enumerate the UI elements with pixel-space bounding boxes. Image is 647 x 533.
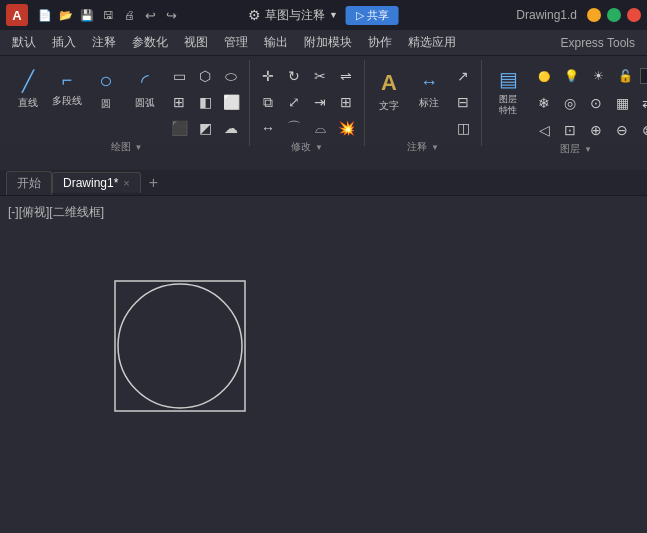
move-tool[interactable]: ✛ — [256, 64, 280, 88]
layer-freeze-tool[interactable]: ❄ — [532, 91, 556, 115]
layer-delete-tool[interactable]: ⊖ — [610, 118, 634, 142]
explode-tool[interactable]: 💥 — [334, 116, 358, 140]
menu-bar: 默认 插入 注释 参数化 视图 管理 输出 附加模块 协作 精选应用 Expre… — [0, 30, 647, 56]
extend-tool[interactable]: ⇥ — [308, 90, 332, 114]
wipe-tool[interactable]: ◩ — [193, 116, 217, 140]
layer-properties-tool[interactable]: ▤ 图层特性 — [488, 64, 528, 118]
main-layout: A 📄 📂 💾 🖫 🖨 ↩ ↪ ⚙ 草图与注释 ▼ ▷ 共享 Drawing1.… — [0, 0, 647, 533]
rectangle-tool[interactable]: ▭ — [167, 64, 191, 88]
ribbon-group-modify: ✛ ↻ ✂ ⇌ ⧉ ⤢ ⇥ ⊞ ↔ ⌒ ⌓ 💥 — [250, 60, 365, 146]
menu-manage[interactable]: 管理 — [216, 31, 256, 54]
table-tool[interactable]: ⊟ — [451, 90, 475, 114]
doc-tab-add-button[interactable]: + — [141, 172, 166, 194]
layer-number-input[interactable] — [640, 68, 647, 84]
text-icon: A — [381, 70, 397, 96]
gradient-tool[interactable]: ◧ — [193, 90, 217, 114]
draw-group-label[interactable]: 绘图 ▼ — [10, 140, 243, 156]
menu-insert[interactable]: 插入 — [44, 31, 84, 54]
line-tool[interactable]: ╱ 直线 — [10, 62, 46, 116]
maximize-button[interactable] — [607, 8, 621, 22]
layer-group-label[interactable]: 图层 ▼ — [488, 142, 647, 158]
circle-label: 圆 — [101, 97, 111, 111]
layer-color-tool[interactable]: 🟡 — [532, 64, 556, 88]
plot-icon[interactable]: 🖨 — [120, 6, 138, 24]
modify-group-label[interactable]: 修改 ▼ — [256, 140, 358, 156]
new-file-icon[interactable]: 📄 — [36, 6, 54, 24]
annotation-small-tools: ↗ ⊟ ◫ — [451, 64, 475, 140]
layer-merge-tool[interactable]: ⊗ — [636, 118, 647, 142]
layer-copy-tool[interactable]: ⊕ — [584, 118, 608, 142]
boundary-tool[interactable]: ⬜ — [219, 90, 243, 114]
doc-tab-start[interactable]: 开始 — [6, 171, 52, 195]
menu-express-tools[interactable]: Express Tools — [553, 33, 643, 53]
revision-cloud[interactable]: ☁ — [219, 116, 243, 140]
polygon-tool[interactable]: ⬡ — [193, 64, 217, 88]
menu-default[interactable]: 默认 — [4, 31, 44, 54]
fillet-tool[interactable]: ⌒ — [282, 116, 306, 140]
circle-tool[interactable]: ○ 圆 — [88, 62, 124, 116]
text-tool[interactable]: A 文字 — [371, 64, 407, 118]
doc-tabs: 开始 Drawing1* × + — [0, 170, 647, 196]
copy-tool[interactable]: ⧉ — [256, 90, 280, 114]
pline-tool[interactable]: ⌐ 多段线 — [49, 62, 85, 116]
layer-unisolate-tool[interactable]: ⊙ — [584, 91, 608, 115]
menu-collab[interactable]: 协作 — [360, 31, 400, 54]
leader-tool[interactable]: ↗ — [451, 64, 475, 88]
dimension-icon: ↔ — [420, 72, 438, 93]
menu-param[interactable]: 参数化 — [124, 31, 176, 54]
line-icon: ╱ — [22, 69, 34, 93]
layer-properties-icon: ▤ — [499, 67, 518, 91]
stretch-tool[interactable]: ↔ — [256, 116, 280, 140]
share-button[interactable]: ▷ 共享 — [346, 6, 399, 25]
hatch-tool[interactable]: ⊞ — [167, 90, 191, 114]
layer-icon-row-3: ◁ ⊡ ⊕ ⊖ ⊗ — [532, 118, 647, 142]
draw-chevron-icon: ▼ — [135, 143, 143, 152]
menu-view[interactable]: 视图 — [176, 31, 216, 54]
layer-change-tool[interactable]: ⊡ — [558, 118, 582, 142]
open-icon[interactable]: 📂 — [57, 6, 75, 24]
doc-tab-close-button[interactable]: × — [123, 177, 129, 189]
redo-icon[interactable]: ↪ — [162, 6, 180, 24]
layer-sun-tool[interactable]: ☀ — [586, 64, 610, 88]
pline-label: 多段线 — [52, 94, 82, 108]
line-label: 直线 — [18, 96, 38, 110]
ribbon-content: ╱ 直线 ⌐ 多段线 ○ 圆 ◜ 圆弧 — [0, 56, 647, 146]
title-bar: A 📄 📂 💾 🖫 🖨 ↩ ↪ ⚙ 草图与注释 ▼ ▷ 共享 Drawing1.… — [0, 0, 647, 30]
layer-right-tools: 🟡 💡 ☀ 🔓 ❄ ◎ ⊙ ▦ ⇄ — [532, 64, 647, 142]
arc-tool[interactable]: ◜ 圆弧 — [127, 62, 163, 116]
doc-tab-drawing1[interactable]: Drawing1* × — [52, 172, 141, 193]
dim-style-tool[interactable]: ◫ — [451, 116, 475, 140]
menu-featured[interactable]: 精选应用 — [400, 31, 464, 54]
rotate-tool[interactable]: ↻ — [282, 64, 306, 88]
minimize-button[interactable] — [587, 8, 601, 22]
annotation-group-label[interactable]: 注释 ▼ — [371, 140, 475, 156]
menu-annotate[interactable]: 注释 — [84, 31, 124, 54]
scale-tool[interactable]: ⤢ — [282, 90, 306, 114]
array-tool[interactable]: ⊞ — [334, 90, 358, 114]
chamfer-tool[interactable]: ⌓ — [308, 116, 332, 140]
save-icon[interactable]: 💾 — [78, 6, 96, 24]
trim-tool[interactable]: ✂ — [308, 64, 332, 88]
workspace: [-][俯视][二维线框] — [0, 196, 647, 533]
layer-match-tool[interactable]: ⇄ — [636, 91, 647, 115]
save-as-icon[interactable]: 🖫 — [99, 6, 117, 24]
draw-tools: ╱ 直线 ⌐ 多段线 ○ 圆 ◜ 圆弧 — [10, 62, 243, 140]
layer-lock-tool[interactable]: 🔓 — [613, 64, 637, 88]
ellipse-tool[interactable]: ⬭ — [219, 64, 243, 88]
layer-prev-tool[interactable]: ◁ — [532, 118, 556, 142]
undo-icon[interactable]: ↩ — [141, 6, 159, 24]
drawing-filename: Drawing1.d — [516, 8, 577, 22]
region-tool[interactable]: ⬛ — [167, 116, 191, 140]
ribbon-group-annotation: A 文字 ↔ 标注 ↗ ⊟ ◫ 注释 ▼ — [365, 60, 482, 146]
layer-isolate-tool[interactable]: ◎ — [558, 91, 582, 115]
layer-bulb-tool[interactable]: 💡 — [559, 64, 583, 88]
close-button[interactable] — [627, 8, 641, 22]
mirror-tool[interactable]: ⇌ — [334, 64, 358, 88]
workspace-dropdown[interactable]: ⚙ 草图与注释 ▼ — [248, 7, 338, 24]
modify-chevron-icon: ▼ — [315, 143, 323, 152]
menu-addon[interactable]: 附加模块 — [296, 31, 360, 54]
menu-output[interactable]: 输出 — [256, 31, 296, 54]
layer-walk-tool[interactable]: ▦ — [610, 91, 634, 115]
dimension-tool[interactable]: ↔ 标注 — [411, 64, 447, 118]
arc-label: 圆弧 — [135, 96, 155, 110]
